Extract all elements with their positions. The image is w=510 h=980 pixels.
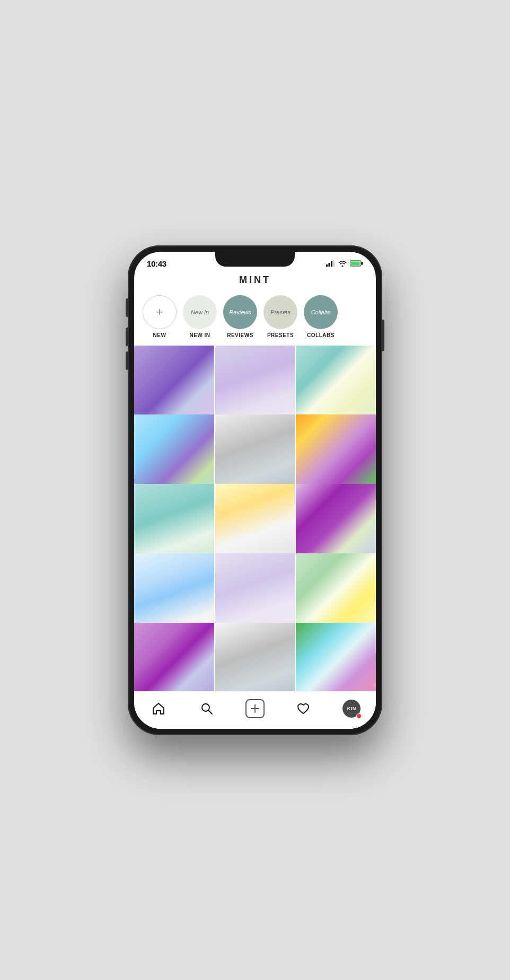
story-item-presets[interactable]: Presets PRESETS — [263, 295, 297, 338]
grid-image-7 — [134, 484, 214, 564]
notch — [215, 252, 295, 267]
grid-image-11 — [215, 553, 295, 633]
grid-image-14 — [215, 623, 295, 691]
search-icon — [200, 702, 214, 716]
grid-cell-14[interactable] — [215, 623, 295, 691]
svg-rect-0 — [326, 264, 328, 267]
add-button — [245, 699, 265, 718]
story-label-new: New — [153, 332, 166, 338]
story-label-presets: PRESETS — [267, 332, 294, 338]
story-item-new-in[interactable]: New In NEW IN — [183, 295, 217, 338]
grid-cell-11[interactable] — [215, 553, 295, 633]
phone-screen: 10:43 — [134, 252, 376, 729]
phone-frame: 10:43 — [128, 245, 382, 735]
story-circle-new: + — [143, 295, 177, 329]
wifi-icon — [338, 260, 347, 267]
battery-icon — [350, 260, 363, 267]
grid-cell-1[interactable] — [134, 346, 214, 426]
grid-cell-15[interactable] — [296, 623, 376, 691]
story-label-collabs: COLLABS — [307, 332, 335, 338]
status-icons — [326, 260, 363, 267]
bottom-nav: KIN — [134, 691, 376, 729]
story-text-reviews: Reviews — [229, 309, 251, 315]
grid-image-4 — [134, 414, 214, 495]
story-item-reviews[interactable]: Reviews REVIEWS — [223, 295, 257, 338]
grid-image-12 — [296, 553, 376, 633]
grid-image-8 — [215, 484, 295, 564]
nav-search[interactable] — [195, 697, 218, 720]
svg-rect-6 — [351, 262, 360, 266]
grid-image-15 — [296, 623, 376, 691]
grid-image-1 — [134, 346, 214, 426]
app-header: MINT — [134, 271, 376, 291]
story-text-new-in: New In — [191, 309, 209, 315]
photo-grid — [134, 346, 376, 691]
grid-image-6 — [296, 414, 376, 495]
add-icon — [250, 704, 260, 713]
grid-image-3 — [296, 346, 376, 426]
nav-add[interactable] — [243, 697, 267, 720]
story-item-collabs[interactable]: Collabs COLLABS — [304, 295, 338, 338]
story-circle-reviews: Reviews — [223, 295, 257, 329]
story-label-reviews: REVIEWS — [227, 332, 253, 338]
story-text-presets: Presets — [270, 309, 290, 315]
svg-rect-2 — [331, 261, 332, 267]
svg-rect-3 — [333, 260, 335, 267]
grid-cell-7[interactable] — [134, 484, 214, 564]
story-circle-new-in: New In — [183, 295, 217, 329]
story-label-new-in: NEW IN — [189, 332, 210, 338]
grid-cell-12[interactable] — [296, 553, 376, 633]
grid-cell-9[interactable] — [296, 484, 376, 564]
profile-initials: KIN — [347, 706, 356, 711]
grid-image-13 — [134, 623, 214, 691]
nav-activity[interactable] — [292, 697, 315, 720]
grid-cell-13[interactable] — [134, 623, 214, 691]
story-circle-presets: Presets — [263, 295, 297, 329]
grid-cell-3[interactable] — [296, 346, 376, 426]
grid-cell-8[interactable] — [215, 484, 295, 564]
grid-image-10 — [134, 553, 214, 633]
svg-rect-5 — [362, 262, 363, 265]
grid-cell-10[interactable] — [134, 553, 214, 633]
grid-cell-2[interactable] — [215, 346, 295, 426]
grid-cell-4[interactable] — [134, 414, 214, 495]
grid-cell-5[interactable] — [215, 414, 295, 495]
status-time: 10:43 — [147, 259, 166, 268]
app-title: MINT — [239, 275, 271, 285]
nav-profile[interactable]: KIN — [340, 697, 363, 720]
story-circle-collabs: Collabs — [304, 295, 338, 329]
stories-row: + New New In NEW IN Reviews REVIEWS Pres… — [134, 291, 376, 346]
signal-icon — [326, 260, 335, 267]
grid-cell-6[interactable] — [296, 414, 376, 495]
grid-image-5 — [215, 414, 295, 495]
svg-line-8 — [208, 710, 212, 714]
home-icon — [152, 702, 165, 716]
svg-rect-1 — [329, 263, 330, 267]
grid-image-2 — [215, 346, 295, 426]
story-text-collabs: Collabs — [311, 309, 331, 315]
story-item-new[interactable]: + New — [143, 295, 177, 338]
profile-avatar: KIN — [342, 700, 360, 718]
heart-icon — [296, 702, 310, 716]
grid-image-9 — [296, 484, 376, 564]
nav-home[interactable] — [147, 697, 170, 720]
